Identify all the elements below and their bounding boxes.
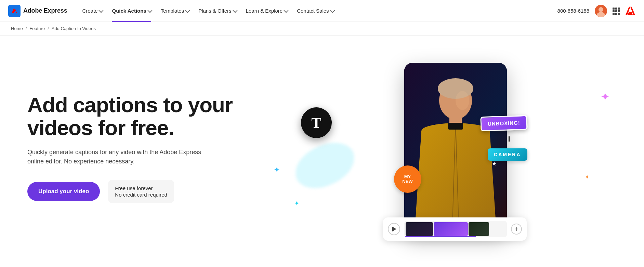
timeline-clip-3	[469, 222, 489, 236]
avatar[interactable]	[595, 5, 607, 17]
play-button[interactable]	[388, 223, 400, 235]
mynew-sticker: MY NEW	[394, 165, 421, 193]
sparkle-cyan-icon: ✦	[294, 200, 299, 207]
brush-stroke-decoration	[290, 138, 360, 193]
phone-number: 800-858-6188	[557, 8, 589, 14]
sparkle-pink-icon: ✦	[601, 90, 610, 103]
sparkle-orange-icon: ⬧	[585, 172, 589, 180]
add-clip-button[interactable]: +	[511, 224, 522, 235]
unboxing-sticker: UNBOXING!	[480, 115, 527, 132]
main-nav: Adobe Express Create Quick Actions Templ…	[0, 0, 644, 22]
hero-subtitle: Quickly generate captions for any video …	[27, 148, 205, 166]
chevron-down-icon	[284, 8, 289, 13]
hero-content: Add captions to your videos for free. Qu…	[27, 94, 260, 203]
breadcrumb-separator: /	[48, 26, 49, 31]
svg-rect-7	[448, 123, 463, 130]
nav-item-quick-actions[interactable]: Quick Actions	[108, 5, 155, 16]
timeline-track	[404, 221, 507, 237]
video-timeline: +	[383, 217, 527, 241]
logo[interactable]: Adobe Express	[8, 5, 67, 17]
svg-point-8	[456, 91, 469, 110]
nav-items: Create Quick Actions Templates Plans & O…	[78, 5, 557, 16]
phone-mockup-container: UNBOXING! I CAMERA MY NEW ★	[404, 63, 507, 234]
active-nav-indicator	[112, 21, 151, 22]
chevron-down-icon	[330, 8, 335, 13]
upload-video-button[interactable]: Upload your video	[27, 182, 100, 201]
nav-item-learn-explore[interactable]: Learn & Explore	[242, 5, 292, 16]
text-tool-bubble: T	[301, 107, 332, 138]
chevron-down-icon	[233, 8, 237, 13]
hero-actions: Upload your video Free use forever No cr…	[27, 180, 239, 203]
breadcrumb-current: Add Caption to Videos	[52, 26, 96, 31]
hero-title: Add captions to your videos for free.	[27, 94, 239, 139]
chevron-down-icon	[99, 8, 104, 13]
free-badge: Free use forever No credit card required	[108, 180, 174, 203]
chevron-down-icon	[147, 8, 152, 13]
free-badge-line1: Free use forever	[115, 185, 167, 191]
logo-text: Adobe Express	[23, 7, 67, 14]
nav-right: 800-858-6188	[557, 5, 636, 17]
timeline-progress-bar	[404, 236, 476, 237]
hero-section: Add captions to your videos for free. Qu…	[0, 36, 644, 261]
nav-item-templates[interactable]: Templates	[157, 5, 193, 16]
breadcrumb: Home / Feature / Add Caption to Videos	[0, 22, 644, 36]
camera-sticker: CAMERA	[488, 148, 527, 161]
apps-grid-icon[interactable]	[613, 8, 619, 14]
t-letter: T	[311, 114, 321, 132]
star-icon: ★	[492, 160, 497, 167]
nav-item-plans-offers[interactable]: Plans & Offers	[194, 5, 240, 16]
timeline-clip-2	[434, 222, 468, 236]
nav-item-quick-actions-wrap: Quick Actions	[108, 5, 155, 16]
text-cursor-icon: I	[508, 135, 510, 144]
svg-point-1	[599, 7, 603, 12]
sparkle-blue-icon: ✦	[274, 165, 280, 174]
breadcrumb-separator: /	[26, 26, 27, 31]
free-badge-line2: No credit card required	[115, 192, 167, 198]
play-triangle-icon	[392, 227, 396, 231]
nav-item-create[interactable]: Create	[78, 5, 106, 16]
timeline-clip-1	[406, 222, 433, 236]
breadcrumb-home[interactable]: Home	[11, 26, 23, 31]
breadcrumb-feature[interactable]: Feature	[29, 26, 45, 31]
hero-visual: ✦ ✦ ⬧ ✦ ✦ T	[260, 49, 617, 248]
chevron-down-icon	[185, 8, 190, 13]
adobe-icon[interactable]	[625, 5, 636, 16]
nav-item-contact-sales[interactable]: Contact Sales	[293, 5, 338, 16]
logo-icon	[8, 5, 21, 17]
